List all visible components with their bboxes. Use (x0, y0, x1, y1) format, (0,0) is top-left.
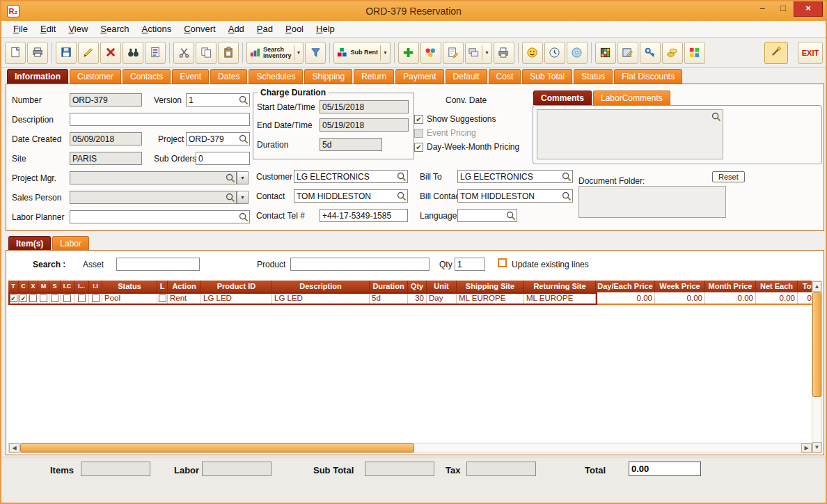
bill-to-field[interactable] (457, 170, 573, 183)
tab-schedules[interactable]: Schedules (249, 69, 303, 84)
tab-item-s-[interactable]: Item(s) (8, 236, 51, 251)
menu-convert[interactable]: Convert (178, 22, 222, 36)
sales-person-input[interactable] (71, 193, 225, 203)
horizontal-scroll-thumb[interactable] (20, 443, 414, 452)
document-button[interactable] (145, 42, 166, 64)
sub-orders-field[interactable] (196, 152, 250, 165)
menu-add[interactable]: Add (222, 22, 251, 36)
print-labels-button[interactable] (494, 42, 514, 64)
magic-wand-button[interactable] (764, 42, 788, 64)
date-created-field[interactable] (70, 132, 142, 145)
search-inventory-button-dropdown[interactable]: ▼ (294, 45, 301, 61)
tab-contacts[interactable]: Contacts (123, 69, 171, 84)
scroll-down-arrow[interactable]: ▼ (812, 442, 821, 452)
product-field[interactable] (290, 258, 430, 271)
asset-input[interactable] (118, 260, 198, 269)
contact-tel-input[interactable] (321, 211, 407, 221)
scroll-right-arrow[interactable]: ▶ (801, 443, 812, 452)
menu-file[interactable]: File (7, 22, 34, 36)
end-date-input[interactable] (321, 120, 407, 130)
find-button[interactable] (123, 42, 143, 64)
menu-pool[interactable]: Pool (279, 22, 310, 36)
batch-button-dropdown[interactable]: ▼ (482, 45, 489, 61)
sub-rent-button-dropdown[interactable]: ▼ (380, 45, 388, 61)
comments-textarea[interactable] (537, 109, 723, 159)
scroll-left-arrow[interactable]: ◀ (9, 443, 19, 452)
media-button[interactable] (567, 42, 588, 64)
search-icon[interactable] (396, 191, 407, 201)
minimize-button[interactable]: – (752, 1, 773, 17)
language-input[interactable] (459, 211, 505, 221)
sub-orders-input[interactable] (197, 154, 249, 164)
duration-input[interactable] (321, 140, 381, 150)
show-suggestions-checkbox[interactable]: ✔ (414, 115, 423, 124)
version-field[interactable] (186, 93, 250, 107)
asset-field[interactable] (116, 258, 200, 271)
scroll-up-arrow[interactable]: ▲ (812, 281, 821, 292)
tab-payment[interactable]: Payment (395, 69, 443, 84)
site-field[interactable] (70, 152, 142, 165)
labor-planner-field[interactable] (70, 210, 250, 223)
project-mgr-dropdown[interactable]: ▼ (237, 171, 249, 184)
menu-help[interactable]: Help (310, 22, 341, 36)
copy-button[interactable] (196, 42, 216, 64)
contact-input[interactable] (295, 191, 396, 201)
search-icon[interactable] (238, 95, 249, 105)
contact-tel-field[interactable] (320, 209, 408, 222)
customer-field[interactable] (294, 170, 408, 183)
qty-input[interactable] (456, 260, 484, 269)
row-checkbox-x[interactable] (29, 294, 37, 302)
new-button[interactable] (5, 42, 26, 64)
modules-button[interactable] (684, 42, 705, 64)
day-week-month-pricing-checkbox[interactable]: ✔ (414, 143, 423, 152)
menu-pad[interactable]: Pad (251, 22, 279, 36)
cube-button[interactable] (595, 42, 616, 64)
project-input[interactable] (187, 134, 238, 144)
search-icon[interactable] (396, 171, 407, 182)
options-button[interactable] (420, 42, 441, 64)
description-field[interactable] (70, 113, 250, 126)
customer-input[interactable] (295, 172, 396, 182)
menu-search[interactable]: Search (94, 22, 135, 36)
contact-field[interactable] (294, 189, 408, 203)
print-button[interactable] (27, 42, 48, 64)
date-created-input[interactable] (71, 134, 141, 144)
tab-status[interactable]: Status (574, 69, 613, 84)
menu-view[interactable]: View (62, 22, 94, 36)
fill-button[interactable] (305, 42, 326, 64)
add-line-button[interactable] (398, 42, 419, 64)
feedback-button[interactable] (522, 42, 543, 64)
save-button[interactable] (56, 42, 77, 64)
row-checkbox-c[interactable]: ✔ (19, 294, 27, 302)
sales-person-dropdown[interactable]: ▼ (237, 191, 249, 204)
tab-shipping[interactable]: Shipping (304, 69, 352, 84)
row-checkbox-t[interactable]: ✔ (10, 294, 17, 302)
key-button[interactable] (640, 42, 661, 64)
tab-event[interactable]: Event (172, 69, 209, 84)
search-icon[interactable] (505, 210, 516, 221)
edit-button[interactable] (78, 42, 99, 64)
update-existing-lines-checkbox[interactable] (498, 258, 507, 267)
duration-field[interactable] (320, 138, 382, 151)
search-icon[interactable] (225, 192, 235, 203)
tab-labor[interactable]: Labor (52, 236, 89, 251)
bill-contact-field[interactable] (457, 189, 573, 203)
tab-dates[interactable]: Dates (210, 69, 247, 84)
paste-button[interactable] (218, 42, 239, 64)
vertical-scroll-thumb[interactable] (812, 292, 821, 397)
search-icon[interactable] (561, 191, 572, 201)
row-checkbox-s[interactable] (51, 294, 58, 302)
tab-flat-discounts[interactable]: Flat Discounts (614, 69, 682, 84)
search-icon[interactable] (711, 111, 721, 122)
search-icon[interactable] (225, 173, 235, 183)
start-date-input[interactable] (321, 102, 407, 112)
site-input[interactable] (71, 154, 141, 164)
delete-button[interactable] (100, 42, 121, 64)
tab-information[interactable]: Information (7, 69, 68, 84)
tab-comments[interactable]: Comments (533, 90, 592, 105)
tab-sub-total[interactable]: Sub Total (522, 69, 572, 84)
bill-to-input[interactable] (459, 172, 561, 182)
document-folder-area[interactable] (578, 186, 726, 218)
table-row[interactable]: ✔✔PoolRentLG LEDLG LED5d30DayML EUROPEML… (8, 292, 812, 305)
project-mgr-input[interactable] (71, 173, 225, 183)
